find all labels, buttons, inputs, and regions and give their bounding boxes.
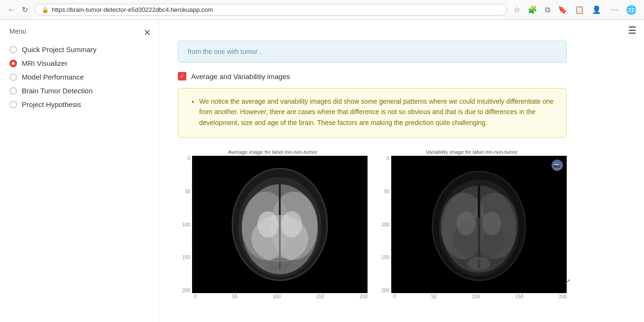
radio-project-hypothesis — [9, 101, 17, 108]
svg-point-21 — [482, 212, 501, 235]
sidebar-item-project-hypothesis[interactable]: Project Hypothesis — [9, 98, 149, 111]
var-mri-figure: Variability image for label mri-non-tumo… — [377, 149, 567, 299]
radio-quick-project-summary — [9, 46, 17, 54]
url-text: https://brain-tumor-detector-e5d30222dbc… — [52, 6, 213, 13]
svg-point-20 — [457, 212, 476, 235]
radio-mri-visualizer — [9, 60, 17, 67]
nav-label-brain-tumor-detection: Brain Tumor Detection — [22, 87, 92, 95]
browser-chrome: ← ↻ 🔒 https://brain-tumor-detector-e5d30… — [0, 0, 644, 20]
camera-icon-button[interactable]: 📷 — [552, 160, 563, 171]
sidebar-close-button[interactable]: ✕ — [144, 27, 151, 38]
nav-label-model-performance: Model Performance — [22, 73, 84, 81]
copy-icon[interactable]: 📋 — [573, 4, 586, 15]
nav-label-quick-project-summary: Quick Project Summary — [22, 45, 97, 54]
svg-point-10 — [268, 258, 292, 272]
edge-icon: 🌐 — [624, 4, 638, 16]
sidebar-item-mri-visualizer[interactable]: MRI Visualizer — [9, 56, 149, 70]
reload-button[interactable]: ↻ — [20, 4, 30, 15]
expand-icon[interactable]: ⤢ — [564, 277, 570, 286]
avg-image-title: Average image for label mri-non-tumor — [178, 149, 368, 155]
var-x-axis: 0 50 100 150 200 — [377, 293, 567, 299]
image-overlay-icons: 📷 — [552, 160, 563, 171]
checkbox-avg-variability[interactable]: ✓ — [178, 72, 186, 80]
avg-y-axis: 0 50 100 150 200 — [178, 156, 192, 293]
back-button[interactable]: ← — [6, 5, 17, 15]
menu-label: Menu — [9, 27, 149, 35]
nav-label-project-hypothesis: Project Hypothesis — [22, 100, 81, 108]
lock-icon: 🔒 — [42, 7, 49, 13]
person-icon[interactable]: 👤 — [590, 4, 603, 15]
var-y-axis: 0 50 100 150 200 — [377, 156, 391, 293]
sidebar-item-model-performance[interactable]: Model Performance — [9, 70, 149, 84]
sidebar-item-quick-project-summary[interactable]: Quick Project Summary — [9, 43, 149, 56]
avg-mri-image — [192, 156, 368, 293]
var-mri-image: 📷 — [391, 156, 567, 293]
blue-info-box: from the one with tumor . — [178, 41, 567, 63]
sidebar-item-brain-tumor-detection[interactable]: Brain Tumor Detection — [9, 84, 149, 98]
browser-actions: ☆ 🧩 ⧉ 🔖 📋 👤 ⋯ 🌐 — [512, 4, 638, 16]
yellow-info-box: We notice the average and variability im… — [178, 88, 567, 138]
nav-label-mri-visualizer: MRI Visualizer — [22, 59, 67, 67]
var-image-title: Variability image for label mri-non-tumo… — [377, 149, 567, 155]
images-container: Average image for label mri-non-tumor 0 … — [178, 149, 567, 299]
app-container: ✕ Menu Quick Project Summary MRI Visuali… — [0, 20, 644, 322]
radio-model-performance — [9, 73, 17, 81]
main-content: ☰ from the one with tumor . ✓ Average an… — [159, 20, 644, 322]
hamburger-menu-button[interactable]: ☰ — [628, 25, 636, 36]
content-area: from the one with tumor . ✓ Average and … — [159, 41, 586, 318]
avg-mri-figure: Average image for label mri-non-tumor 0 … — [178, 149, 368, 299]
menu-dots-button[interactable]: ⋯ — [609, 4, 620, 15]
avg-mri-svg — [192, 156, 368, 293]
var-plot-area: 0 50 100 150 200 📷 — [377, 156, 567, 293]
bookmark-icon[interactable]: 🔖 — [556, 4, 569, 15]
blue-info-text: from the one with tumor . — [188, 48, 261, 55]
address-bar[interactable]: 🔒 https://brain-tumor-detector-e5d30222d… — [35, 4, 507, 16]
nav-buttons: ← ↻ — [6, 4, 30, 15]
svg-point-9 — [281, 211, 302, 238]
radio-brain-tumor-detection — [9, 87, 17, 95]
sidebar: ✕ Menu Quick Project Summary MRI Visuali… — [0, 20, 159, 322]
avg-plot-area: 0 50 100 150 200 — [178, 156, 368, 293]
checkbox-row: ✓ Average and Variabilitiy images — [178, 72, 567, 80]
yellow-info-text: We notice the average and variability im… — [199, 98, 553, 126]
split-icon[interactable]: ⧉ — [543, 5, 552, 15]
checkbox-label: Average and Variabilitiy images — [191, 72, 290, 80]
svg-point-22 — [468, 257, 490, 270]
var-mri-svg — [391, 156, 567, 293]
extensions-icon[interactable]: 🧩 — [526, 4, 539, 15]
star-icon[interactable]: ☆ — [512, 4, 522, 15]
svg-point-8 — [258, 211, 278, 238]
avg-x-axis: 0 50 100 150 200 — [178, 293, 368, 299]
